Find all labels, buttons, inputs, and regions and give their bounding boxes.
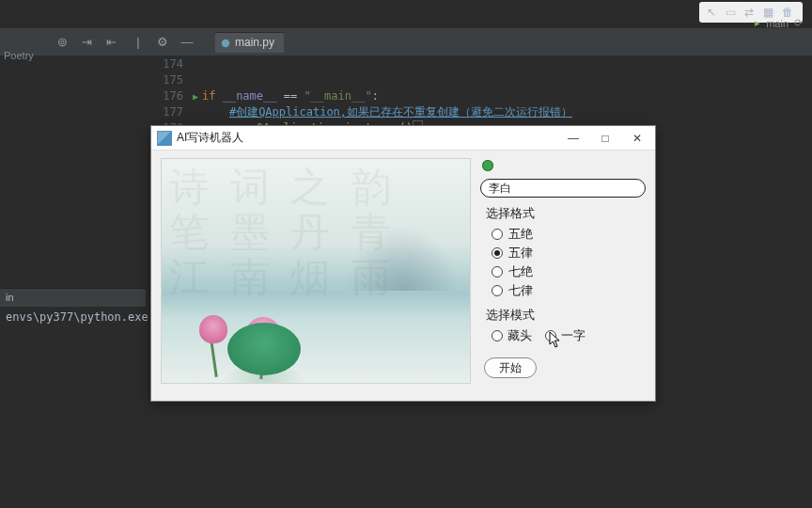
target-icon[interactable]: ⊚ [55,35,70,50]
start-button[interactable]: 开始 [484,357,537,378]
brand-dot-icon [482,160,493,171]
maximize-button[interactable]: □ [589,127,621,150]
poetry-app-window: AI写诗机器人 — □ ✕ 诗 词 之 韵 笔 墨 丹 青 江 南 烟 雨 李白… [150,125,656,402]
radio-icon[interactable] [545,330,556,341]
run-tool-tab[interactable]: in [0,288,146,309]
radio-icon[interactable] [492,266,503,278]
titlebar[interactable]: AI写诗机器人 — □ ✕ [151,126,655,151]
lotus-flower-icon [199,315,227,343]
window-title: AI写诗机器人 [177,130,243,146]
format-option-qilv[interactable]: 七律 [492,282,646,299]
close-button[interactable]: ✕ [621,127,653,150]
file-tab-main[interactable]: main.py [215,32,284,53]
minus-icon[interactable]: — [180,35,195,50]
project-panel-label[interactable]: Poetry [0,47,52,64]
tab-label: main.py [235,36,274,49]
expand-icon[interactable]: ⇤ [103,35,118,50]
mode-header: 选择模式 [486,307,646,324]
mode-option-cangtou[interactable]: 藏头 [492,327,532,344]
format-header: 选择格式 [486,205,646,222]
pointer-icon[interactable]: ↖ [707,6,720,19]
gear-icon[interactable]: ⚙ [155,35,170,50]
minimize-button[interactable]: — [557,127,589,150]
format-option-wulv[interactable]: 五律 [492,245,646,262]
radio-icon[interactable] [492,229,503,240]
app-icon [157,131,172,146]
rect-icon[interactable]: ▭ [726,6,739,19]
collapse-icon[interactable]: ⇥ [79,35,94,50]
radio-icon[interactable] [492,285,503,296]
form-panel: 李白 选择格式 五绝 五律 七绝 七律 选择模式 [480,158,646,391]
radio-icon[interactable] [492,247,503,259]
radio-icon[interactable] [492,330,503,341]
mountain-shape [346,225,459,291]
editor-toolbar: ⊚ ⇥ ⇤ | ⚙ — main.py [0,28,812,56]
format-option-wujue[interactable]: 五绝 [492,226,646,243]
painting-panel: 诗 词 之 韵 笔 墨 丹 青 江 南 烟 雨 [161,158,471,384]
svg-point-0 [222,40,229,47]
python-file-icon [221,38,230,47]
format-option-qijue[interactable]: 七绝 [492,263,646,280]
keyword-input[interactable]: 李白 [480,179,646,198]
mode-option-yizi[interactable]: 一字 [545,327,586,344]
run-gutter-icon[interactable]: ▶ [193,88,198,104]
